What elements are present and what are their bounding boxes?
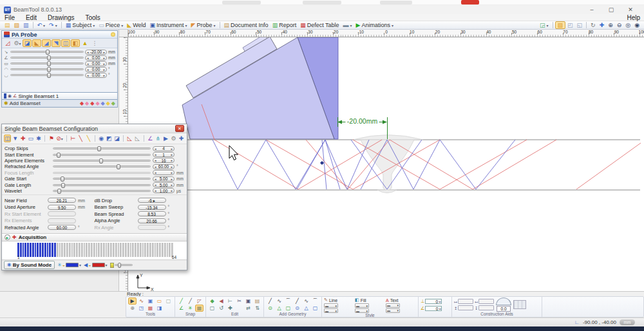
- tool-button[interactable]: ▼: [12, 135, 19, 142]
- tool-button[interactable]: ◫: [4, 135, 11, 142]
- increment-icon[interactable]: ▸: [171, 165, 173, 169]
- element-bar[interactable]: [98, 243, 100, 257]
- increment-icon[interactable]: ▸: [171, 183, 173, 187]
- document-info-button[interactable]: ▤Document Info: [222, 21, 270, 29]
- bulb-icon[interactable]: [111, 32, 115, 37]
- tool-button[interactable]: ◪: [113, 135, 120, 142]
- ribbon-tool-icon[interactable]: ↺: [217, 305, 225, 312]
- tool-button[interactable]: ⊢: [70, 135, 77, 142]
- animations-button[interactable]: ▶Animations▾: [354, 21, 395, 29]
- slider-value[interactable]: ◂0.00▸: [85, 67, 107, 72]
- slider-value[interactable]: ◂60.00▸: [153, 164, 175, 169]
- slider-track[interactable]: [53, 172, 151, 174]
- angle-value-input[interactable]: 0.0: [497, 306, 511, 312]
- decrement-icon[interactable]: ◂: [155, 177, 156, 181]
- menu-help[interactable]: Help: [627, 14, 640, 21]
- element-bar[interactable]: [128, 243, 129, 257]
- tool-button[interactable]: ↷▾: [47, 21, 59, 29]
- slider-thumb[interactable]: [47, 73, 51, 78]
- ribbon-tool-icon[interactable]: ╱: [293, 298, 301, 305]
- tool-button[interactable]: ◉: [632, 21, 641, 29]
- increment-icon[interactable]: ▸: [171, 171, 173, 175]
- slider-thumb[interactable]: [61, 183, 65, 188]
- beamset-type-icon[interactable]: ◆: [111, 100, 115, 106]
- chevron-down-icon[interactable]: ▾: [121, 23, 123, 28]
- fill-style-select[interactable]: ▬▾: [355, 303, 369, 308]
- tool-button[interactable]: ◩: [106, 135, 113, 142]
- element-bar[interactable]: [162, 243, 164, 257]
- increment-icon[interactable]: ▸: [171, 177, 173, 181]
- element-bar[interactable]: [79, 243, 80, 257]
- text-style-select[interactable]: ▬▾: [386, 308, 400, 313]
- ribbon-tool-icon[interactable]: ⊙: [293, 305, 301, 312]
- tool-button[interactable]: ◿: [3, 39, 12, 47]
- style-text-header[interactable]: AText: [386, 298, 416, 303]
- tool-button[interactable]: ◢: [42, 39, 51, 47]
- decrement-icon[interactable]: ◂: [155, 147, 156, 151]
- mode2-color-swatch[interactable]: [92, 263, 105, 267]
- element-bar[interactable]: [155, 243, 156, 257]
- ribbon-tool-icon[interactable]: ◆: [208, 298, 216, 305]
- element-bar[interactable]: [125, 243, 127, 257]
- tool-button[interactable]: ◥: [52, 39, 61, 47]
- decrement-icon[interactable]: ◂: [155, 158, 156, 162]
- slider-thumb[interactable]: [47, 67, 51, 72]
- slider-thumb[interactable]: [57, 153, 61, 158]
- element-bar[interactable]: [135, 243, 137, 257]
- tool-button[interactable]: ✱: [35, 135, 42, 142]
- element-bar[interactable]: [91, 243, 93, 257]
- increment-icon[interactable]: ▸: [103, 68, 105, 71]
- element-bar[interactable]: [39, 243, 41, 257]
- tool-button[interactable]: ◱: [575, 21, 585, 29]
- decrement-icon[interactable]: ◂: [87, 62, 89, 66]
- tool-button[interactable]: ╲: [77, 135, 84, 142]
- decrement-icon[interactable]: ◂: [155, 165, 156, 169]
- ribbon-tool-icon[interactable]: ▭: [155, 298, 164, 305]
- line-style-select[interactable]: ▬▾: [324, 308, 338, 313]
- lock-icon[interactable]: ∠: [421, 306, 424, 311]
- readout-value[interactable]: -6 ▸: [138, 198, 166, 203]
- element-bar[interactable]: [64, 243, 66, 257]
- element-bars[interactable]: [17, 243, 176, 257]
- element-bar[interactable]: [61, 243, 63, 257]
- construction-input[interactable]: [458, 299, 473, 304]
- ribbon-tool-icon[interactable]: ✂: [235, 298, 243, 305]
- element-bar[interactable]: [49, 243, 51, 257]
- element-bar[interactable]: [23, 243, 24, 257]
- by-sound-mode-button[interactable]: ✳ By Sound Mode: [4, 261, 55, 269]
- tool-button[interactable]: ▭: [27, 135, 34, 142]
- piece-button[interactable]: ▭Piece▾: [97, 21, 125, 29]
- element-bar[interactable]: [73, 243, 75, 257]
- slider-track[interactable]: [10, 51, 84, 53]
- tool-button[interactable]: ◎: [623, 21, 632, 29]
- element-bar[interactable]: [152, 243, 154, 257]
- tool-button[interactable]: ◫: [61, 39, 70, 47]
- ribbon-tool-icon[interactable]: ▢: [164, 298, 173, 305]
- element-bar[interactable]: [144, 243, 146, 257]
- decrement-icon[interactable]: ◂: [155, 171, 156, 175]
- ribbon-tool-icon[interactable]: ✚: [226, 305, 234, 312]
- slider-thumb[interactable]: [117, 164, 120, 169]
- chevron-down-icon[interactable]: ▾: [214, 23, 216, 28]
- increment-icon[interactable]: ▸: [103, 62, 105, 66]
- eye-icon[interactable]: ◉: [8, 93, 12, 99]
- decrement-icon[interactable]: ◂: [155, 153, 156, 156]
- ribbon-tool-icon[interactable]: ╱: [266, 298, 274, 305]
- element-bar[interactable]: [106, 243, 108, 257]
- element-bar[interactable]: [118, 243, 120, 257]
- ribbon-tool-icon[interactable]: ▦: [146, 305, 155, 312]
- element-bar[interactable]: [120, 243, 122, 257]
- element-bar[interactable]: [140, 243, 142, 257]
- slider-value[interactable]: ◂1.00▸: [153, 188, 175, 193]
- tool-button[interactable]: ▧: [555, 21, 566, 29]
- slider-track[interactable]: [10, 68, 84, 70]
- tool-button[interactable]: ⊕: [606, 21, 615, 29]
- ribbon-tool-icon[interactable]: ▦: [195, 305, 204, 312]
- weld-cap[interactable]: [353, 135, 423, 140]
- element-bar[interactable]: [54, 243, 56, 257]
- style-numeric-input[interactable]: 0: [425, 299, 442, 304]
- tool-button[interactable]: ▤: [3, 21, 12, 29]
- maximize-button[interactable]: ▢: [604, 6, 618, 14]
- decrement-icon[interactable]: ◂: [87, 73, 89, 77]
- element-bar[interactable]: [84, 243, 86, 257]
